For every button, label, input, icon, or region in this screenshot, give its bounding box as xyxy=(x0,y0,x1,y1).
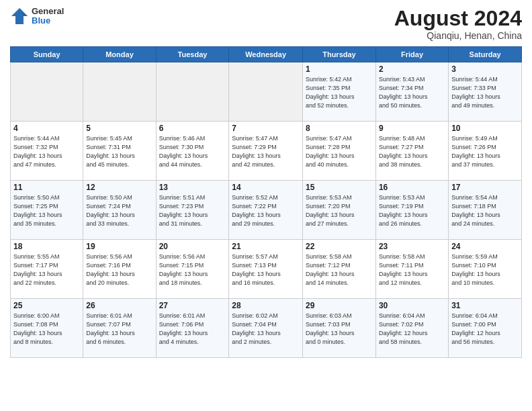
day-info: Sunrise: 6:00 AMSunset: 7:08 PMDaylight:… xyxy=(13,312,80,347)
day-number: 29 xyxy=(306,301,373,310)
day-number: 27 xyxy=(159,301,226,310)
calendar-cell: 4Sunrise: 5:44 AMSunset: 7:32 PMDaylight… xyxy=(11,122,83,181)
day-info: Sunrise: 5:47 AMSunset: 7:28 PMDaylight:… xyxy=(306,134,373,169)
day-info: Sunrise: 5:52 AMSunset: 7:22 PMDaylight:… xyxy=(232,193,300,228)
calendar-cell: 30Sunrise: 6:04 AMSunset: 7:02 PMDayligh… xyxy=(375,299,448,358)
day-number: 8 xyxy=(306,124,373,133)
calendar-cell: 5Sunrise: 5:45 AMSunset: 7:31 PMDaylight… xyxy=(83,122,156,181)
calendar-header: SundayMondayTuesdayWednesdayThursdayFrid… xyxy=(11,47,522,62)
day-info: Sunrise: 6:03 AMSunset: 7:03 PMDaylight:… xyxy=(306,312,373,347)
weekday-row: SundayMondayTuesdayWednesdayThursdayFrid… xyxy=(11,47,522,62)
day-info: Sunrise: 5:58 AMSunset: 7:12 PMDaylight:… xyxy=(306,253,373,287)
logo-icon xyxy=(10,7,29,26)
week-row-5: 25Sunrise: 6:00 AMSunset: 7:08 PMDayligh… xyxy=(11,299,522,358)
calendar-cell: 11Sunrise: 5:50 AMSunset: 7:25 PMDayligh… xyxy=(11,181,83,240)
day-number: 9 xyxy=(379,124,445,133)
day-info: Sunrise: 5:54 AMSunset: 7:18 PMDaylight:… xyxy=(451,193,519,228)
day-info: Sunrise: 5:57 AMSunset: 7:13 PMDaylight:… xyxy=(232,253,300,287)
day-info: Sunrise: 5:45 AMSunset: 7:31 PMDaylight:… xyxy=(86,134,152,169)
logo: General Blue xyxy=(10,7,64,26)
calendar-cell: 31Sunrise: 6:04 AMSunset: 7:00 PMDayligh… xyxy=(449,299,522,358)
calendar-cell: 3Sunrise: 5:44 AMSunset: 7:33 PMDaylight… xyxy=(449,62,522,122)
week-row-4: 18Sunrise: 5:55 AMSunset: 7:17 PMDayligh… xyxy=(11,240,522,299)
day-info: Sunrise: 6:04 AMSunset: 7:02 PMDaylight:… xyxy=(379,312,445,347)
day-number: 16 xyxy=(379,183,445,192)
logo-text: General Blue xyxy=(32,7,64,26)
calendar-cell: 13Sunrise: 5:51 AMSunset: 7:23 PMDayligh… xyxy=(156,181,229,240)
weekday-header-tuesday: Tuesday xyxy=(156,47,229,62)
calendar-cell: 17Sunrise: 5:54 AMSunset: 7:18 PMDayligh… xyxy=(449,181,522,240)
weekday-header-friday: Friday xyxy=(375,47,448,62)
weekday-header-wednesday: Wednesday xyxy=(229,47,303,62)
day-info: Sunrise: 6:01 AMSunset: 7:06 PMDaylight:… xyxy=(159,312,226,347)
day-number: 24 xyxy=(451,242,519,251)
day-info: Sunrise: 5:53 AMSunset: 7:20 PMDaylight:… xyxy=(306,193,373,228)
day-number: 28 xyxy=(232,301,300,310)
calendar-cell: 19Sunrise: 5:56 AMSunset: 7:16 PMDayligh… xyxy=(83,240,156,299)
calendar-cell: 24Sunrise: 5:59 AMSunset: 7:10 PMDayligh… xyxy=(449,240,522,299)
day-number: 30 xyxy=(379,301,445,310)
calendar-cell: 28Sunrise: 6:02 AMSunset: 7:04 PMDayligh… xyxy=(229,299,303,358)
day-info: Sunrise: 5:58 AMSunset: 7:11 PMDaylight:… xyxy=(379,253,445,287)
day-info: Sunrise: 5:42 AMSunset: 7:35 PMDaylight:… xyxy=(306,75,373,110)
day-info: Sunrise: 5:44 AMSunset: 7:33 PMDaylight:… xyxy=(451,75,519,110)
week-row-3: 11Sunrise: 5:50 AMSunset: 7:25 PMDayligh… xyxy=(11,181,522,240)
calendar-cell: 15Sunrise: 5:53 AMSunset: 7:20 PMDayligh… xyxy=(302,181,375,240)
calendar-cell: 9Sunrise: 5:48 AMSunset: 7:27 PMDaylight… xyxy=(375,122,448,181)
calendar-cell: 14Sunrise: 5:52 AMSunset: 7:22 PMDayligh… xyxy=(229,181,303,240)
week-row-1: 1Sunrise: 5:42 AMSunset: 7:35 PMDaylight… xyxy=(11,62,522,122)
calendar-cell: 21Sunrise: 5:57 AMSunset: 7:13 PMDayligh… xyxy=(229,240,303,299)
calendar-cell: 16Sunrise: 5:53 AMSunset: 7:19 PMDayligh… xyxy=(375,181,448,240)
day-number: 25 xyxy=(13,301,80,310)
day-number: 5 xyxy=(86,124,152,133)
calendar-cell: 1Sunrise: 5:42 AMSunset: 7:35 PMDaylight… xyxy=(302,62,375,122)
calendar-cell: 25Sunrise: 6:00 AMSunset: 7:08 PMDayligh… xyxy=(11,299,83,358)
day-number: 10 xyxy=(451,124,519,133)
day-info: Sunrise: 5:43 AMSunset: 7:34 PMDaylight:… xyxy=(379,75,445,110)
day-info: Sunrise: 5:48 AMSunset: 7:27 PMDaylight:… xyxy=(379,134,445,169)
calendar-table: SundayMondayTuesdayWednesdayThursdayFrid… xyxy=(10,46,522,358)
day-number: 22 xyxy=(306,242,373,251)
calendar-subtitle: Qianqiu, Henan, China xyxy=(394,30,522,41)
page: General Blue August 2024 Qianqiu, Henan,… xyxy=(0,0,532,411)
calendar-cell xyxy=(156,62,229,122)
day-number: 11 xyxy=(13,183,80,192)
day-info: Sunrise: 5:46 AMSunset: 7:30 PMDaylight:… xyxy=(159,134,226,169)
day-info: Sunrise: 6:01 AMSunset: 7:07 PMDaylight:… xyxy=(86,312,152,347)
day-number: 14 xyxy=(232,183,300,192)
day-number: 7 xyxy=(232,124,300,133)
day-number: 12 xyxy=(86,183,152,192)
day-number: 6 xyxy=(159,124,226,133)
day-info: Sunrise: 5:50 AMSunset: 7:25 PMDaylight:… xyxy=(13,193,80,228)
calendar-cell: 22Sunrise: 5:58 AMSunset: 7:12 PMDayligh… xyxy=(302,240,375,299)
day-number: 17 xyxy=(451,183,519,192)
calendar-cell: 12Sunrise: 5:50 AMSunset: 7:24 PMDayligh… xyxy=(83,181,156,240)
day-info: Sunrise: 5:49 AMSunset: 7:26 PMDaylight:… xyxy=(451,134,519,169)
day-number: 21 xyxy=(232,242,300,251)
day-number: 23 xyxy=(379,242,445,251)
day-info: Sunrise: 5:59 AMSunset: 7:10 PMDaylight:… xyxy=(451,253,519,287)
day-number: 4 xyxy=(13,124,80,133)
day-number: 3 xyxy=(451,64,519,74)
calendar-cell: 7Sunrise: 5:47 AMSunset: 7:29 PMDaylight… xyxy=(229,122,303,181)
calendar-title: August 2024 xyxy=(394,7,522,30)
calendar-cell: 27Sunrise: 6:01 AMSunset: 7:06 PMDayligh… xyxy=(156,299,229,358)
calendar-cell: 26Sunrise: 6:01 AMSunset: 7:07 PMDayligh… xyxy=(83,299,156,358)
day-number: 13 xyxy=(159,183,226,192)
day-info: Sunrise: 5:50 AMSunset: 7:24 PMDaylight:… xyxy=(86,193,152,228)
day-info: Sunrise: 5:56 AMSunset: 7:16 PMDaylight:… xyxy=(86,253,152,287)
calendar-cell: 23Sunrise: 5:58 AMSunset: 7:11 PMDayligh… xyxy=(375,240,448,299)
logo-blue-text: Blue xyxy=(32,16,64,26)
weekday-header-sunday: Sunday xyxy=(11,47,83,62)
day-number: 26 xyxy=(86,301,152,310)
calendar-cell: 2Sunrise: 5:43 AMSunset: 7:34 PMDaylight… xyxy=(375,62,448,122)
day-info: Sunrise: 5:53 AMSunset: 7:19 PMDaylight:… xyxy=(379,193,445,228)
calendar-cell: 29Sunrise: 6:03 AMSunset: 7:03 PMDayligh… xyxy=(302,299,375,358)
title-block: August 2024 Qianqiu, Henan, China xyxy=(394,7,522,41)
calendar-cell xyxy=(83,62,156,122)
logo-general-text: General xyxy=(32,7,64,16)
weekday-header-thursday: Thursday xyxy=(302,47,375,62)
day-number: 18 xyxy=(13,242,80,251)
calendar-cell: 6Sunrise: 5:46 AMSunset: 7:30 PMDaylight… xyxy=(156,122,229,181)
calendar-cell: 10Sunrise: 5:49 AMSunset: 7:26 PMDayligh… xyxy=(449,122,522,181)
